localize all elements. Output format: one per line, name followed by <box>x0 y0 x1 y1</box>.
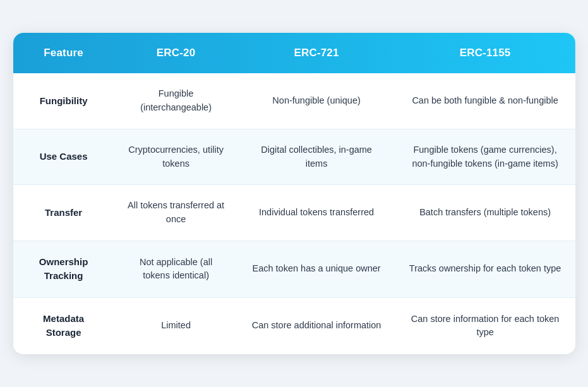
cell-0-erc1155: Can be both fungible & non-fungible <box>395 73 575 129</box>
cell-0-feature: Fungibility <box>13 73 114 129</box>
comparison-table: Feature ERC-20 ERC-721 ERC-1155 Fungibil… <box>13 33 575 354</box>
header-erc721: ERC-721 <box>237 33 395 73</box>
cell-1-feature: Use Cases <box>13 129 114 185</box>
cell-3-feature: OwnershipTracking <box>13 241 114 297</box>
header-feature: Feature <box>13 33 114 73</box>
cell-3-erc1155: Tracks ownership for each token type <box>395 241 575 297</box>
cell-4-feature: MetadataStorage <box>13 297 114 354</box>
cell-4-erc1155: Can store information for each token typ… <box>395 297 575 354</box>
table-row: FungibilityFungible (interchangeable)Non… <box>13 73 575 129</box>
cell-0-erc20: Fungible (interchangeable) <box>114 73 238 129</box>
cell-1-erc20: Cryptocurrencies, utility tokens <box>114 129 238 185</box>
cell-4-erc20: Limited <box>114 297 238 354</box>
table-body: FungibilityFungible (interchangeable)Non… <box>13 73 575 354</box>
cell-0-erc721: Non-fungible (unique) <box>237 73 395 129</box>
cell-1-erc1155: Fungible tokens (game currencies), non-f… <box>395 129 575 185</box>
table-row: TransferAll tokens transferred at onceIn… <box>13 185 575 241</box>
cell-2-erc20: All tokens transferred at once <box>114 185 238 241</box>
cell-3-erc721: Each token has a unique owner <box>237 241 395 297</box>
cell-3-erc20: Not applicable (all tokens identical) <box>114 241 238 297</box>
cell-4-erc721: Can store additional information <box>237 297 395 354</box>
cell-2-erc721: Individual tokens transferred <box>237 185 395 241</box>
cell-2-erc1155: Batch transfers (multiple tokens) <box>395 185 575 241</box>
cell-2-feature: Transfer <box>13 185 114 241</box>
cell-1-erc721: Digital collectibles, in-game items <box>237 129 395 185</box>
header-erc1155: ERC-1155 <box>395 33 575 73</box>
comparison-table-wrapper: Feature ERC-20 ERC-721 ERC-1155 Fungibil… <box>13 33 575 354</box>
table-row: MetadataStorageLimitedCan store addition… <box>13 297 575 354</box>
header-erc20: ERC-20 <box>114 33 238 73</box>
table-header-row: Feature ERC-20 ERC-721 ERC-1155 <box>13 33 575 73</box>
table-row: Use CasesCryptocurrencies, utility token… <box>13 129 575 185</box>
table-row: OwnershipTrackingNot applicable (all tok… <box>13 241 575 297</box>
